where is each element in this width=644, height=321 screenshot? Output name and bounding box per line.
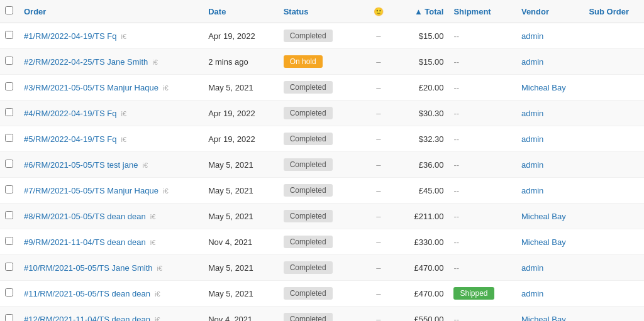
status-badge: Completed <box>284 81 333 94</box>
vendor-link[interactable]: admin <box>521 186 543 195</box>
order-suborder <box>584 204 644 229</box>
status-badge: Completed <box>284 30 333 42</box>
order-icon-cell: – <box>369 204 389 229</box>
order-icon-cell: – <box>369 75 389 101</box>
table-row: #4/RM/2022-04-19/TS Fq i€Apr 19, 2022Com… <box>0 101 644 126</box>
row-checkbox[interactable] <box>5 185 13 193</box>
order-icon-cell: – <box>369 126 389 152</box>
vendor-link[interactable]: Micheal Bay <box>521 83 566 92</box>
order-suborder <box>584 23 644 49</box>
vendor-link[interactable]: Micheal Bay <box>521 237 566 247</box>
order-date: Nov 4, 2021 <box>203 229 278 255</box>
vendor-link[interactable]: admin <box>521 160 543 170</box>
row-checkbox[interactable] <box>5 82 13 90</box>
row-checkbox[interactable] <box>5 314 13 321</box>
order-total: $15.00 <box>389 49 449 75</box>
order-suborder <box>584 75 644 101</box>
order-shipment: -- <box>448 204 516 229</box>
order-date: May 5, 2021 <box>203 281 278 307</box>
row-checkbox[interactable] <box>5 288 13 297</box>
vendor-link[interactable]: admin <box>521 263 543 273</box>
order-link[interactable]: #4/RM/2022-04-19/TS Fq <box>24 109 116 118</box>
table-row: #7/RM/2021-05-05/TS Manjur Haque i€May 5… <box>0 178 644 204</box>
order-shipment: -- <box>448 152 516 178</box>
row-checkbox[interactable] <box>5 108 13 116</box>
ie-icon: i€ <box>153 316 160 322</box>
row-checkbox[interactable] <box>5 263 13 271</box>
ie-icon: i€ <box>148 213 156 220</box>
dash-icon: – <box>376 134 380 144</box>
table-row: #5/RM/2022-04-19/TS Fq i€Apr 19, 2022Com… <box>0 126 644 152</box>
order-link[interactable]: #3/RM/2021-05-05/TS Manjur Haque <box>24 83 158 92</box>
shipment-dash: -- <box>453 186 459 195</box>
shipment-dash: -- <box>453 83 459 92</box>
row-checkbox[interactable] <box>5 211 13 219</box>
order-link[interactable]: #11/RM/2021-05-05/TS dean dean <box>24 289 150 298</box>
shipment-dash: -- <box>453 263 459 273</box>
dash-icon: – <box>376 212 380 221</box>
status-column-header: Status <box>279 0 369 23</box>
order-total: £36.00 <box>389 152 449 178</box>
order-suborder <box>584 101 644 126</box>
row-checkbox[interactable] <box>5 237 13 245</box>
table-row: #8/RM/2021-05-05/TS dean dean i€May 5, 2… <box>0 204 644 229</box>
dash-icon: – <box>376 263 380 273</box>
select-all-checkbox[interactable] <box>5 6 13 14</box>
order-link[interactable]: #8/RM/2021-05-05/TS dean dean <box>24 212 146 221</box>
order-shipment: -- <box>448 307 516 322</box>
shipment-dash: -- <box>453 315 459 322</box>
order-total: £45.00 <box>389 178 449 204</box>
order-date: Apr 19, 2022 <box>203 126 278 152</box>
total-sort-link[interactable]: ▲ Total <box>414 7 444 16</box>
order-sort-link[interactable]: Order <box>24 7 46 16</box>
date-sort-link[interactable]: Date <box>208 7 226 16</box>
vendor-link[interactable]: Micheal Bay <box>521 315 566 322</box>
vendor-link[interactable]: Micheal Bay <box>521 212 566 221</box>
order-column-header[interactable]: Order <box>19 0 203 23</box>
date-column-header[interactable]: Date <box>203 0 278 23</box>
order-suborder <box>584 49 644 75</box>
order-shipment: -- <box>448 23 516 49</box>
order-icon-cell: – <box>369 281 389 307</box>
order-suborder <box>584 307 644 322</box>
vendor-link[interactable]: admin <box>521 289 543 298</box>
row-checkbox[interactable] <box>5 134 13 142</box>
order-link[interactable]: #1/RM/2022-04-19/TS Fq <box>24 31 116 41</box>
shipment-dash: -- <box>453 134 459 144</box>
order-date: May 5, 2021 <box>203 204 278 229</box>
order-total: $30.30 <box>389 101 449 126</box>
order-suborder <box>584 281 644 307</box>
orders-table: Order Date Status 🙂 ▲ Total Shipment Ven… <box>0 0 644 321</box>
dash-icon: – <box>376 31 380 41</box>
order-link[interactable]: #5/RM/2022-04-19/TS Fq <box>24 134 116 144</box>
table-row: #3/RM/2021-05-05/TS Manjur Haque i€May 5… <box>0 75 644 101</box>
status-badge: Completed <box>284 313 333 321</box>
vendor-link[interactable]: admin <box>521 109 543 118</box>
dash-icon: – <box>376 160 380 170</box>
vendor-link[interactable]: admin <box>521 57 543 67</box>
order-link[interactable]: #7/RM/2021-05-05/TS Manjur Haque <box>24 186 158 195</box>
order-link[interactable]: #9/RM/2021-11-04/TS dean dean <box>24 237 146 247</box>
total-column-header[interactable]: ▲ Total <box>389 0 449 23</box>
row-checkbox[interactable] <box>5 57 13 65</box>
status-badge: Completed <box>284 184 333 197</box>
vendor-link[interactable]: admin <box>521 134 543 144</box>
table-row: #10/RM/2021-05-05/TS Jane Smith i€May 5,… <box>0 255 644 281</box>
order-link[interactable]: #6/RM/2021-05-05/TS test jane <box>24 160 138 170</box>
vendor-link[interactable]: admin <box>521 31 543 41</box>
row-checkbox[interactable] <box>5 160 13 168</box>
order-link[interactable]: #2/RM/2022-04-25/TS Jane Smith <box>24 57 148 67</box>
table-row: #2/RM/2022-04-25/TS Jane Smith i€2 mins … <box>0 49 644 75</box>
order-icon-cell: – <box>369 178 389 204</box>
row-checkbox[interactable] <box>5 31 13 39</box>
order-total: £470.00 <box>389 281 449 307</box>
ie-icon: i€ <box>155 264 163 272</box>
order-date: Apr 19, 2022 <box>203 101 278 126</box>
table-row: #11/RM/2021-05-05/TS dean dean i€May 5, … <box>0 281 644 307</box>
shipment-badge: Shipped <box>453 287 494 300</box>
orders-table-container: Order Date Status 🙂 ▲ Total Shipment Ven… <box>0 0 644 321</box>
ie-icon: i€ <box>161 187 169 195</box>
order-link[interactable]: #12/RM/2021-11-04/TS dean dean <box>24 315 150 322</box>
order-link[interactable]: #10/RM/2021-05-05/TS Jane Smith <box>24 263 153 273</box>
smiley-icon: 🙂 <box>374 7 384 16</box>
